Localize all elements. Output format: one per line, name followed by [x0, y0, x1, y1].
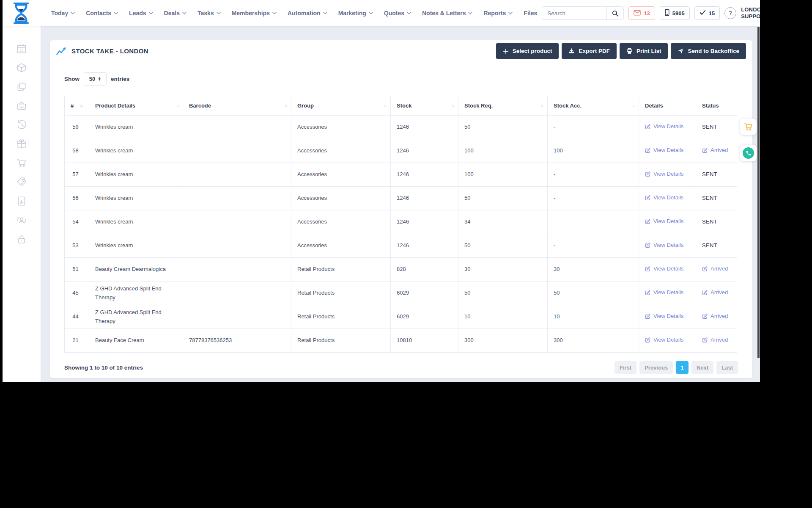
nav-item-quotes[interactable]: Quotes	[379, 6, 416, 20]
lock-icon[interactable]	[16, 234, 27, 245]
column-header-stock-acc[interactable]: Stock Acc.↑↓	[548, 96, 639, 116]
copy-icon[interactable]	[16, 81, 27, 92]
scrollbar-thumb[interactable]	[757, 27, 760, 358]
cell-barcode	[183, 305, 291, 329]
cell-product: Wrinkles cream	[89, 210, 183, 234]
calendar-icon[interactable]: 12	[16, 43, 27, 54]
print-list-button[interactable]: Print List	[620, 43, 668, 59]
table-row: 57Wrinkles creamAccessories1246100-View …	[65, 163, 737, 187]
svg-text:12: 12	[19, 49, 24, 52]
view-details-link[interactable]: View Details	[645, 312, 683, 320]
nav-item-deals[interactable]: Deals	[159, 6, 191, 20]
cell-details: View Details	[639, 210, 696, 234]
help-icon[interactable]: ?	[724, 7, 736, 19]
nav-item-contacts[interactable]: Contacts	[81, 6, 123, 20]
search-icon[interactable]	[606, 6, 623, 20]
phone-badge[interactable]: 5905	[660, 6, 690, 20]
cell-number: 59	[65, 116, 89, 139]
table-header-row: #↑↓Product Details↑↓Barcode↑↓Group↑↓Stoc…	[65, 96, 737, 116]
nav-item-notes-letters[interactable]: Notes & Letters	[417, 6, 477, 20]
view-details-link[interactable]: View Details	[645, 288, 683, 297]
mobile-phone-icon	[665, 9, 669, 17]
cell-stock-req: 34	[458, 210, 548, 234]
cell-group: Accessories	[291, 116, 391, 139]
column-header-barcode[interactable]: Barcode↑↓	[183, 96, 291, 116]
floating-phone-button[interactable]	[740, 145, 757, 161]
gift-icon[interactable]	[16, 138, 27, 149]
chevron-down-icon	[272, 12, 277, 14]
edit-icon	[702, 290, 708, 295]
history-icon[interactable]	[16, 119, 27, 130]
view-details-link[interactable]: View Details	[645, 122, 683, 131]
export-pdf-button[interactable]: Export PDF	[562, 43, 617, 59]
sort-arrows-icon: ↑↓	[77, 103, 82, 108]
send-to-backoffice-button[interactable]: Send to Backoffice	[671, 43, 746, 59]
status-arrived-link[interactable]: Arrived	[702, 146, 728, 155]
table-row: 51Beauty Cream DearmalogicaRetail Produc…	[65, 258, 737, 282]
view-details-link[interactable]: View Details	[645, 265, 683, 273]
page-title: STOCK TAKE - LONDON	[56, 47, 148, 55]
edit-icon	[645, 124, 650, 130]
tags-icon[interactable]	[16, 177, 27, 188]
cell-stock: 6029	[391, 282, 458, 305]
mail-badge[interactable]: 13	[628, 6, 655, 20]
nav-item-memberships[interactable]: Memberships	[227, 6, 281, 20]
cell-stock-req: 50	[458, 234, 548, 258]
view-details-link[interactable]: View Details	[645, 241, 683, 249]
sort-arrows-icon: ↑↓	[538, 103, 543, 108]
pagination-previous[interactable]: Previous	[639, 361, 673, 374]
account-sync-icon[interactable]	[16, 215, 27, 226]
nav-item-today[interactable]: Today	[47, 6, 80, 20]
cell-stock-req: 300	[458, 329, 548, 353]
view-details-link[interactable]: View Details	[645, 170, 683, 178]
nav-item-marketing[interactable]: Marketing	[334, 6, 378, 20]
view-details-link[interactable]: View Details	[645, 193, 683, 202]
package-icon[interactable]	[16, 62, 27, 73]
cell-group: Accessories	[291, 139, 391, 163]
cash-register-icon[interactable]	[16, 100, 27, 111]
show-entries-row: Show 50 ▲▼ entries	[64, 72, 738, 86]
tasks-badge[interactable]: 15	[694, 6, 720, 20]
table-row: 59Wrinkles creamAccessories124650-View D…	[65, 116, 737, 139]
cell-product: Wrinkles cream	[89, 116, 183, 139]
pagination-last[interactable]: Last	[716, 361, 738, 374]
view-details-link[interactable]: View Details	[645, 217, 683, 226]
status-arrived-link[interactable]: Arrived	[702, 288, 728, 297]
showing-entries-text: Showing 1 to 10 of 10 entries	[64, 364, 143, 371]
scrollbar-track[interactable]	[757, 26, 760, 382]
edit-icon	[645, 266, 650, 272]
cell-details: View Details	[639, 329, 696, 353]
nav-item-files[interactable]: Files	[519, 6, 542, 20]
hourglass-logo-icon[interactable]	[11, 2, 31, 25]
search-input[interactable]	[542, 10, 606, 17]
mail-icon	[634, 10, 641, 17]
status-text: SENT	[702, 171, 717, 177]
column-header-group[interactable]: Group↑↓	[291, 96, 391, 116]
cart-icon[interactable]	[16, 157, 27, 168]
entries-select[interactable]: 50 ▲▼	[84, 72, 107, 86]
select-product-button[interactable]: Select product	[496, 43, 559, 59]
pagination-next[interactable]: Next	[691, 361, 713, 374]
view-details-link[interactable]: View Details	[645, 146, 683, 155]
view-details-link[interactable]: View Details	[645, 336, 683, 344]
status-arrived-link[interactable]: Arrived	[702, 265, 728, 273]
status-arrived-link[interactable]: Arrived	[702, 336, 728, 344]
report-icon[interactable]	[16, 196, 27, 207]
column-header-stock[interactable]: Stock↑↓	[391, 96, 458, 116]
nav-item-automation[interactable]: Automation	[283, 6, 332, 20]
pagination-1[interactable]: 1	[676, 361, 689, 374]
column-header-num[interactable]: #↑↓	[65, 96, 89, 116]
nav-item-reports[interactable]: Reports	[479, 6, 517, 20]
column-header-stock-req[interactable]: Stock Req.↑↓	[458, 96, 548, 116]
column-header-product-details[interactable]: Product Details↑↓	[89, 96, 183, 116]
status-arrived-link[interactable]: Arrived	[702, 312, 728, 320]
nav-item-leads[interactable]: Leads	[124, 6, 157, 20]
cell-stock: 1246	[391, 163, 458, 187]
nav-item-tasks[interactable]: Tasks	[193, 6, 225, 20]
trending-chart-icon	[56, 47, 66, 55]
pagination-first[interactable]: First	[614, 361, 636, 374]
cell-number: 53	[65, 234, 89, 258]
search-box	[542, 6, 624, 20]
floating-cart-button[interactable]	[740, 119, 757, 135]
cell-status: Arrived	[696, 258, 737, 282]
